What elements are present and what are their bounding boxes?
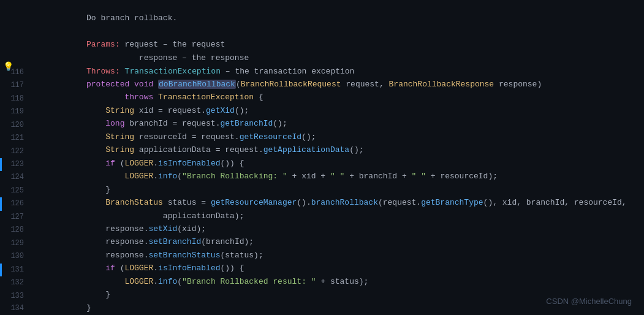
- line-number-120: 120: [2, 120, 34, 131]
- doc-line-do: Do branch rollback.: [0, 0, 644, 13]
- line-125: 125 BranchStatus status = getResourceMan…: [0, 184, 644, 197]
- line-number-123: 123: [2, 159, 34, 170]
- doc-line-response: response – the response: [0, 39, 644, 52]
- line-130: 130 if (LOGGER.isInfoEnabled()) {: [0, 250, 644, 263]
- line-number-128: 128: [2, 224, 34, 236]
- line-128: 128 response.setBranchId(branchId);: [0, 224, 644, 237]
- line-122: 122 if (LOGGER.isInfoEnabled()) {: [0, 145, 644, 158]
- line-number-126: 126: [2, 198, 34, 210]
- line-number-122: 122: [2, 146, 34, 158]
- line-118: 118 String xid = request.getXid();: [0, 93, 644, 105]
- line-number-121: 121: [2, 132, 34, 144]
- code-editor: Do branch rollback. Params: request – th…: [0, 0, 644, 315]
- line-126: 126 applicationData);: [0, 197, 644, 210]
- doc-line-throws: 💡 Throws: TransactionException – the tra…: [0, 53, 644, 66]
- line-121: 121 String applicationData = request.get…: [0, 132, 644, 145]
- watermark: CSDN @MichelleChung: [546, 295, 632, 308]
- line-119: 119 long branchId = request.getBranchId(…: [0, 105, 644, 118]
- line-number-117: 117: [2, 80, 34, 91]
- line-131: 131 LOGGER.info("Branch Rollbacked resul…: [0, 264, 644, 276]
- line-number-118: 118: [2, 93, 34, 105]
- line-number-129: 129: [2, 238, 34, 249]
- doc-line-params: [0, 13, 644, 26]
- line-116: 116 protected void doBranchRollback(Bran…: [0, 66, 644, 79]
- line-123: 123 LOGGER.info("Branch Rollbacking: " +…: [0, 158, 644, 171]
- line-132: 132 }: [0, 276, 644, 289]
- line-number-119: 119: [2, 106, 34, 118]
- line-117: 117 throws TransactionException {: [0, 79, 644, 92]
- line-120: 120 String resourceId = request.getResou…: [0, 119, 644, 132]
- line-number-127: 127: [2, 211, 34, 223]
- line-129: 129 response.setBranchStatus(status);: [0, 237, 644, 250]
- line-number-116: 116: [2, 67, 34, 78]
- line-number-125: 125: [2, 185, 34, 197]
- line-number-134: 134: [2, 303, 34, 314]
- line-127: 127 response.setXid(xid);: [0, 211, 644, 224]
- line-number-130: 130: [2, 251, 34, 262]
- line-number-133: 133: [2, 290, 34, 302]
- line-number-124: 124: [2, 172, 34, 183]
- line-number-131: 131: [2, 264, 34, 276]
- doc-line-params2: Params: request – the request: [0, 26, 644, 39]
- line-number-132: 132: [2, 277, 34, 289]
- line-124: 124 }: [0, 171, 644, 184]
